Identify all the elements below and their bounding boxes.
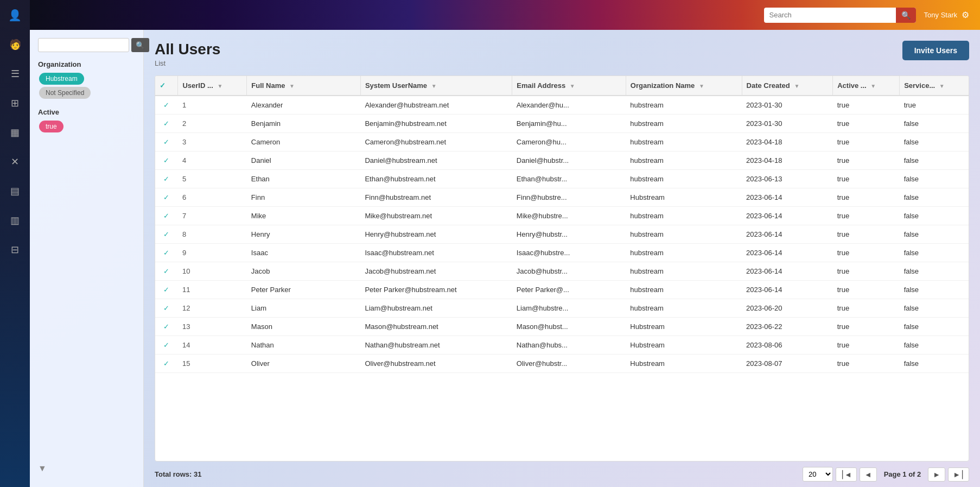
col-id-header[interactable]: UserID ... ▼ (178, 76, 247, 96)
sidebar-icon-chart[interactable]: ▥ (5, 211, 25, 230)
row-active: true (833, 96, 900, 115)
first-page-button[interactable]: ⎮◄ (836, 467, 857, 482)
row-date: 2023-06-14 (742, 244, 833, 262)
prev-page-button[interactable]: ◄ (860, 467, 877, 482)
row-fullname: Finn (247, 188, 361, 207)
col-org-header[interactable]: Organization Name ▼ (626, 76, 742, 96)
page-subtitle: List (155, 59, 220, 67)
next-page-button[interactable]: ► (928, 467, 945, 482)
row-check[interactable]: ✓ (155, 170, 178, 188)
table-row[interactable]: ✓ 5 Ethan Ethan@hubstream.net Ethan@hubs… (155, 170, 969, 188)
col-fullname-header[interactable]: Full Name ▼ (247, 76, 361, 96)
table-row[interactable]: ✓ 6 Finn Finn@hubstream.net Finn@hubstre… (155, 188, 969, 207)
row-username: Isaac@hubstream.net (360, 244, 512, 262)
row-check[interactable]: ✓ (155, 299, 178, 318)
row-username: Liam@hubstream.net (360, 299, 512, 318)
filter-search-input[interactable] (38, 38, 129, 52)
row-check[interactable]: ✓ (155, 188, 178, 207)
row-date: 2023-06-14 (742, 262, 833, 281)
row-username: Mason@hubstream.net (360, 318, 512, 336)
row-check[interactable]: ✓ (155, 336, 178, 355)
row-check[interactable]: ✓ (155, 262, 178, 281)
row-check[interactable]: ✓ (155, 207, 178, 225)
table-row[interactable]: ✓ 12 Liam Liam@hubstream.net Liam@hubstr… (155, 299, 969, 318)
row-username: Alexander@hubstream.net (360, 96, 512, 115)
row-id: 12 (178, 299, 247, 318)
table-row[interactable]: ✓ 3 Cameron Cameron@hubstream.net Camero… (155, 133, 969, 151)
table-row[interactable]: ✓ 13 Mason Mason@hubstream.net Mason@hub… (155, 318, 969, 336)
sidebar-icon-grid[interactable]: ⊞ (5, 93, 25, 113)
filter-tag-hubstream[interactable]: Hubstream (39, 73, 84, 85)
sidebar-icon-list[interactable]: ☰ (5, 64, 25, 84)
col-service-header[interactable]: Service... ▼ (900, 76, 969, 96)
table-row[interactable]: ✓ 15 Oliver Oliver@hubstream.net Oliver@… (155, 355, 969, 373)
row-check[interactable]: ✓ (155, 115, 178, 133)
row-active: true (833, 170, 900, 188)
row-id: 10 (178, 262, 247, 281)
row-email: Peter Parker@... (512, 281, 626, 299)
row-fullname: Mason (247, 318, 361, 336)
row-org: hubstream (626, 170, 742, 188)
row-check[interactable]: ✓ (155, 96, 178, 115)
col-date-header[interactable]: Date Created ▼ (742, 76, 833, 96)
col-check-header[interactable]: ✓ (155, 76, 178, 96)
row-check[interactable]: ✓ (155, 355, 178, 373)
row-check[interactable]: ✓ (155, 225, 178, 244)
sidebar-icon-apps[interactable]: ⊟ (5, 240, 25, 260)
row-username: Jacob@hubstream.net (360, 262, 512, 281)
organization-label: Organization (38, 60, 135, 68)
filter-tag-not-specified[interactable]: Not Specified (39, 87, 91, 99)
table-row[interactable]: ✓ 11 Peter Parker Peter Parker@hubstream… (155, 281, 969, 299)
row-id: 11 (178, 281, 247, 299)
row-org: hubstream (626, 281, 742, 299)
sidebar-icon-table[interactable]: ▤ (5, 181, 25, 201)
table-row[interactable]: ✓ 2 Benjamin Benjamin@hubstream.net Benj… (155, 115, 969, 133)
row-check[interactable]: ✓ (155, 318, 178, 336)
row-check[interactable]: ✓ (155, 244, 178, 262)
total-rows-label: Total rows: 31 (155, 470, 201, 478)
sidebar-icon-close[interactable]: ✕ (5, 152, 25, 172)
sidebar-icon-user[interactable]: 👤 (5, 5, 25, 25)
table-row[interactable]: ✓ 10 Jacob Jacob@hubstream.net Jacob@hub… (155, 262, 969, 281)
row-check[interactable]: ✓ (155, 151, 178, 170)
row-email: Daniel@hubstr... (512, 151, 626, 170)
last-page-button[interactable]: ►⎮ (948, 467, 969, 482)
row-id: 4 (178, 151, 247, 170)
row-id: 8 (178, 225, 247, 244)
row-email: Mason@hubst... (512, 318, 626, 336)
row-email: Henry@hubstr... (512, 225, 626, 244)
page-size-select[interactable]: 10 20 50 100 (803, 467, 833, 482)
row-id: 6 (178, 188, 247, 207)
sidebar-icon-dashboard[interactable]: ▦ (5, 123, 25, 142)
row-active: true (833, 355, 900, 373)
row-service: false (900, 188, 969, 207)
row-email: Liam@hubstre... (512, 299, 626, 318)
row-service: false (900, 151, 969, 170)
col-email-header[interactable]: Email Address ▼ (512, 76, 626, 96)
search-input[interactable] (764, 8, 896, 22)
col-active-header[interactable]: Active ... ▼ (833, 76, 900, 96)
gear-icon[interactable]: ⚙ (962, 10, 969, 20)
row-org: hubstream (626, 133, 742, 151)
row-check[interactable]: ✓ (155, 133, 178, 151)
filter-tag-true[interactable]: true (39, 121, 63, 132)
table-row[interactable]: ✓ 7 Mike Mike@hubstream.net Mike@hubstre… (155, 207, 969, 225)
row-fullname: Alexander (247, 96, 361, 115)
row-id: 9 (178, 244, 247, 262)
table-row[interactable]: ✓ 9 Isaac Isaac@hubstream.net Isaac@hubs… (155, 244, 969, 262)
col-username-header[interactable]: System UserName ▼ (360, 76, 512, 96)
row-active: true (833, 299, 900, 318)
table-row[interactable]: ✓ 14 Nathan Nathan@hubstream.net Nathan@… (155, 336, 969, 355)
search-container: 🔍 (764, 8, 916, 23)
invite-users-button[interactable]: Invite Users (902, 41, 969, 60)
table-row[interactable]: ✓ 8 Henry Henry@hubstream.net Henry@hubs… (155, 225, 969, 244)
filter-icon[interactable]: ▼ (38, 464, 135, 479)
row-id: 3 (178, 133, 247, 151)
row-active: true (833, 336, 900, 355)
table-row[interactable]: ✓ 1 Alexander Alexander@hubstream.net Al… (155, 96, 969, 115)
sidebar-icon-person[interactable]: 🧑 (5, 35, 25, 54)
search-button[interactable]: 🔍 (896, 8, 916, 23)
row-org: hubstream (626, 96, 742, 115)
row-check[interactable]: ✓ (155, 281, 178, 299)
table-row[interactable]: ✓ 4 Daniel Daniel@hubstream.net Daniel@h… (155, 151, 969, 170)
